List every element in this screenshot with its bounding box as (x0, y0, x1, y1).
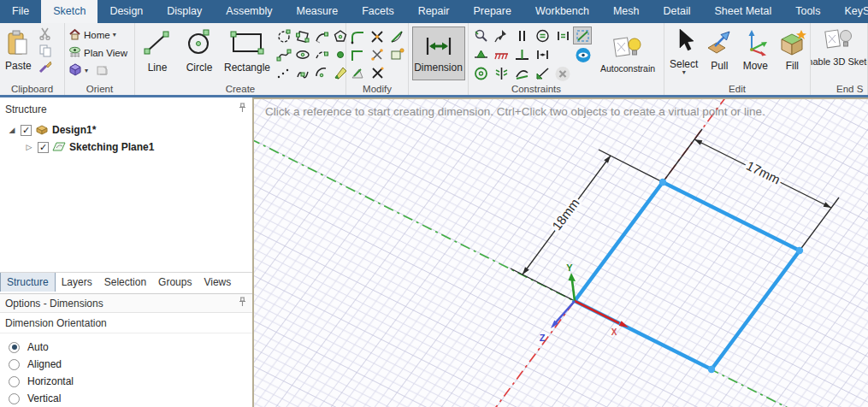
isometric-view-icon[interactable] (68, 63, 82, 78)
menu-tab-mesh[interactable]: Mesh (601, 0, 652, 23)
pin-icon[interactable] (238, 103, 247, 115)
modify-group-label: Modify (346, 84, 408, 94)
home-dropdown-caret[interactable]: ▾ (113, 32, 116, 38)
menu-tab-sketch[interactable]: Sketch (41, 0, 97, 23)
fillet-icon[interactable] (348, 27, 368, 45)
menu-tab-prepare[interactable]: Prepare (461, 0, 523, 23)
zoom-constraint-icon[interactable] (470, 27, 491, 45)
radio-horizontal[interactable]: Horizontal (0, 373, 252, 390)
snapshot-icon[interactable] (96, 64, 109, 78)
show-constraints-icon[interactable] (573, 45, 593, 64)
bend-icon[interactable] (348, 63, 368, 81)
home-view-button[interactable]: Home ▾ (67, 26, 133, 44)
construction-line-icon[interactable] (275, 63, 293, 81)
menu-tab-facets[interactable]: Facets (350, 0, 406, 23)
view-dropdown-caret[interactable]: ▾ (85, 68, 88, 74)
sketch-vertex[interactable] (796, 247, 803, 254)
enable-3d-sketch-button[interactable]: Enable 3D Sketch (812, 26, 865, 68)
copy-icon[interactable] (37, 43, 54, 58)
panel-tab-views[interactable]: Views (198, 273, 237, 292)
menu-tab-workbench[interactable]: Workbench (523, 0, 601, 23)
sketching-plane1-label[interactable]: Sketching Plane1 (69, 141, 154, 153)
plan-view-button[interactable]: Plan View (67, 44, 133, 62)
rectangle-tool-button[interactable]: Rectangle (221, 26, 274, 81)
rectangle-3point-icon[interactable] (293, 27, 312, 45)
trim-icon[interactable] (368, 27, 387, 45)
line-tool-button[interactable]: Line (137, 26, 178, 81)
menu-tab-detail[interactable]: Detail (652, 0, 703, 23)
coincident-constraint-icon[interactable] (532, 64, 552, 83)
radio-auto[interactable]: Auto (0, 339, 252, 356)
tree-item-sketching-plane1[interactable]: ▷ ✓ Sketching Plane1 (0, 139, 252, 156)
design1-checkbox[interactable]: ✓ (21, 125, 32, 136)
move-button[interactable]: Move (737, 26, 773, 81)
cut-icon[interactable] (37, 26, 54, 41)
sketch-plane-icon (52, 140, 66, 155)
menu-tab-sheet-metal[interactable]: Sheet Metal (703, 0, 784, 23)
circle-3point-icon[interactable] (275, 27, 293, 45)
arc-tangent-icon[interactable] (312, 27, 331, 45)
split-icon[interactable] (368, 45, 387, 63)
menu-tab-measure[interactable]: Measure (284, 0, 350, 23)
panel-tab-groups[interactable]: Groups (152, 273, 198, 292)
arc-sweep-icon[interactable] (312, 45, 331, 63)
tangent-constraint-icon[interactable] (511, 64, 532, 83)
ellipse-icon[interactable] (293, 45, 312, 63)
chamfer-icon[interactable] (387, 27, 407, 45)
panel-tab-structure[interactable]: Structure (0, 273, 56, 292)
parallel-constraint-icon[interactable] (511, 27, 532, 45)
radio-vertical[interactable]: Vertical (0, 390, 252, 407)
equal-length-constraint-icon[interactable] (552, 27, 573, 45)
sketch-viewport[interactable]: 18mm 17mm Y (252, 97, 868, 407)
pin-constraint-icon[interactable] (491, 27, 511, 45)
autoconstrain-button[interactable]: Autoconstrain (593, 26, 662, 81)
design1-label[interactable]: Design1* (52, 124, 96, 136)
menu-tab-design[interactable]: Design (97, 0, 155, 23)
tree-item-design1[interactable]: ◢ ✓ Design1* (0, 121, 252, 139)
panel-tab-layers[interactable]: Layers (56, 273, 98, 292)
radio-aligned-circle[interactable] (9, 359, 20, 370)
menu-tab-display[interactable]: Display (155, 0, 214, 23)
equal-radius-constraint-icon[interactable] (532, 27, 552, 45)
menu-tab-tools[interactable]: Tools (783, 0, 832, 23)
menu-tab-repair[interactable]: Repair (406, 0, 462, 23)
corner-icon[interactable] (348, 45, 368, 63)
format-painter-icon[interactable] (37, 60, 54, 75)
sketch-canvas[interactable]: 18mm 17mm Y (254, 99, 868, 407)
expander-collapsed-icon[interactable]: ▷ (24, 143, 34, 151)
fill-button[interactable]: Fill (773, 26, 811, 81)
anchor-constraint-icon[interactable] (470, 45, 491, 64)
expander-expanded-icon[interactable]: ◢ (7, 126, 17, 134)
dimension-button[interactable]: Dimension (412, 27, 465, 80)
spline-edit-icon[interactable] (293, 63, 312, 81)
radio-auto-circle[interactable] (9, 342, 20, 353)
radio-vertical-circle[interactable] (9, 393, 20, 404)
radio-horizontal-circle[interactable] (9, 376, 20, 387)
constraint-toggle-button[interactable] (573, 27, 592, 44)
clear-constraints-icon[interactable] (552, 64, 573, 83)
x-axis-label: X (611, 327, 617, 337)
pull-button[interactable]: Pull (701, 26, 737, 81)
offset-icon[interactable] (387, 45, 407, 63)
select-dropdown-caret[interactable]: ▾ (682, 70, 686, 75)
arc-center-icon[interactable] (312, 63, 331, 81)
perpendicular-constraint-icon[interactable] (511, 45, 532, 64)
symmetry-constraint-icon[interactable] (491, 64, 511, 83)
sketching-plane1-checkbox[interactable]: ✓ (38, 142, 49, 153)
delete-sketch-icon[interactable] (368, 63, 387, 81)
circle-tool-button[interactable]: Circle (179, 26, 220, 81)
menu-tab-keyshot[interactable]: KeyShot (832, 0, 868, 23)
spline-icon[interactable] (275, 45, 293, 63)
options-pin-icon[interactable] (238, 297, 247, 310)
radio-aligned[interactable]: Aligned (0, 356, 252, 373)
paste-button[interactable]: Paste (2, 27, 35, 74)
sketch-vertex[interactable] (708, 366, 715, 373)
midpoint-constraint-icon[interactable] (532, 45, 552, 64)
sketch-vertex[interactable] (659, 179, 666, 186)
menu-tab-assembly[interactable]: Assembly (214, 0, 284, 23)
concentric-constraint-icon[interactable] (470, 64, 491, 83)
fixed-constraint-icon[interactable] (491, 45, 511, 64)
select-button[interactable]: Select ▾ (666, 26, 701, 81)
panel-tab-selection[interactable]: Selection (98, 273, 152, 292)
menu-tab-file[interactable]: File (0, 0, 41, 23)
